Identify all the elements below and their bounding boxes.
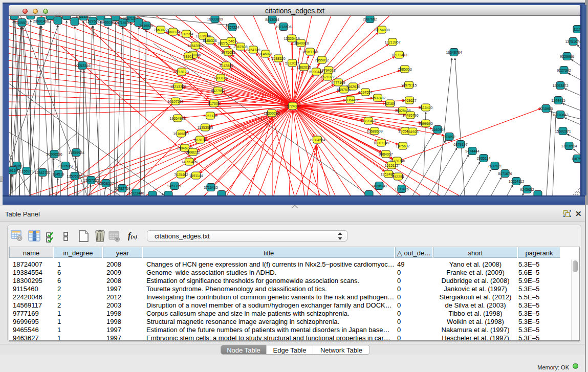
svg-text:2087682: 2087682 — [363, 17, 377, 21]
svg-text:1733426: 1733426 — [395, 187, 408, 191]
svg-text:417006: 417006 — [208, 102, 220, 105]
svg-text:7462610: 7462610 — [346, 85, 360, 89]
svg-text:8813054: 8813054 — [265, 18, 279, 21]
svg-text:8186328: 8186328 — [203, 39, 216, 42]
svg-text:3267130: 3267130 — [203, 114, 217, 118]
svg-text:62160: 62160 — [385, 102, 395, 105]
svg-text:9777169: 9777169 — [331, 81, 345, 84]
svg-text:12213967: 12213967 — [384, 40, 400, 44]
svg-text:9115460: 9115460 — [419, 106, 433, 110]
svg-text:9699695: 9699695 — [419, 122, 432, 125]
svg-text:9794028: 9794028 — [321, 69, 335, 72]
svg-text:9457791: 9457791 — [167, 184, 181, 188]
svg-text:8912954: 8912954 — [179, 32, 193, 36]
svg-text:3716485: 3716485 — [204, 186, 217, 189]
svg-text:1624554: 1624554 — [358, 91, 372, 94]
svg-text:3215955: 3215955 — [539, 107, 553, 111]
svg-text:114519: 114519 — [53, 172, 64, 176]
svg-text:20206536: 20206536 — [46, 152, 62, 156]
svg-text:1362615: 1362615 — [297, 65, 311, 69]
svg-text:6879197: 6879197 — [453, 143, 467, 146]
svg-text:13751074: 13751074 — [565, 40, 581, 43]
svg-text:16782759: 16782759 — [114, 187, 130, 190]
svg-text:12342737: 12342737 — [34, 171, 50, 174]
svg-text:20691406: 20691406 — [33, 19, 49, 23]
svg-text:16648784: 16648784 — [446, 51, 462, 54]
svg-text:7515526: 7515526 — [139, 24, 153, 28]
svg-text:10973493: 10973493 — [391, 53, 407, 57]
svg-text:10654112: 10654112 — [509, 180, 525, 183]
svg-text:12975115: 12975115 — [401, 83, 417, 87]
svg-text:1803144: 1803144 — [213, 76, 227, 80]
svg-text:7485063: 7485063 — [398, 68, 411, 71]
svg-text:8427552: 8427552 — [211, 89, 225, 93]
svg-text:19166827: 19166827 — [173, 132, 189, 136]
svg-text:252254: 252254 — [392, 175, 404, 179]
svg-text:10154808: 10154808 — [374, 28, 389, 32]
svg-text:18724007: 18724007 — [285, 104, 300, 108]
svg-text:9660124: 9660124 — [166, 30, 180, 34]
svg-text:587834: 587834 — [194, 138, 206, 142]
svg-text:964923: 964923 — [406, 130, 418, 134]
svg-text:3498222: 3498222 — [186, 150, 200, 154]
svg-text:12505135: 12505135 — [67, 174, 82, 178]
svg-text:19654983: 19654983 — [169, 117, 185, 120]
svg-text:9245652: 9245652 — [520, 188, 534, 191]
svg-text:2718170: 2718170 — [175, 70, 188, 74]
svg-text:9474444: 9474444 — [465, 149, 479, 153]
svg-text:2935114: 2935114 — [477, 157, 491, 160]
svg-text:9146821: 9146821 — [258, 52, 272, 56]
svg-text:1975692: 1975692 — [396, 144, 409, 148]
svg-text:19218506: 19218506 — [275, 25, 291, 29]
svg-text:1156819: 1156819 — [20, 169, 34, 173]
svg-text:10958107: 10958107 — [98, 182, 114, 185]
svg-text:16961758: 16961758 — [302, 50, 318, 54]
svg-text:8454749: 8454749 — [246, 48, 260, 52]
svg-text:1621022: 1621022 — [320, 75, 334, 79]
svg-text:3242843: 3242843 — [219, 64, 233, 68]
svg-text:7632621: 7632621 — [488, 164, 502, 168]
svg-text:9084067: 9084067 — [379, 152, 393, 156]
svg-text:1615112: 1615112 — [385, 164, 399, 167]
svg-text:1588520: 1588520 — [271, 57, 285, 60]
svg-text:14099489: 14099489 — [181, 160, 197, 164]
svg-text:18640910: 18640910 — [293, 41, 309, 45]
svg-text:39154: 39154 — [9, 169, 18, 172]
svg-text:16543962: 16543962 — [187, 44, 203, 48]
svg-text:9227342: 9227342 — [557, 69, 571, 72]
svg-text:16033809: 16033809 — [207, 17, 223, 21]
svg-text:12923446: 12923446 — [128, 191, 144, 195]
svg-text:1691144: 1691144 — [189, 174, 203, 178]
svg-text:1405571: 1405571 — [15, 21, 29, 25]
svg-text:2036448: 2036448 — [343, 98, 357, 102]
svg-text:17016514: 17016514 — [561, 144, 577, 148]
svg-text:10107554: 10107554 — [167, 100, 183, 103]
svg-text:18807249: 18807249 — [373, 141, 389, 145]
svg-text:10210643: 10210643 — [552, 113, 568, 117]
svg-text:116753: 116753 — [572, 157, 581, 161]
svg-text:1117: 1117 — [574, 28, 581, 31]
svg-text:14495796: 14495796 — [402, 114, 418, 117]
svg-text:17359924: 17359924 — [68, 151, 84, 155]
svg-text:2367608: 2367608 — [233, 45, 247, 49]
svg-text:893892: 893892 — [443, 135, 455, 139]
svg-text:14136141: 14136141 — [371, 184, 387, 188]
svg-text:17957255: 17957255 — [83, 179, 99, 182]
svg-text:9463627: 9463627 — [402, 99, 416, 102]
svg-text:15720407: 15720407 — [360, 119, 376, 123]
svg-text:1244415: 1244415 — [551, 99, 565, 102]
svg-text:3875685: 3875685 — [221, 51, 235, 54]
svg-text:7625402: 7625402 — [174, 173, 188, 177]
svg-text:15692971: 15692971 — [555, 129, 571, 133]
svg-text:98901: 98901 — [183, 55, 193, 58]
svg-text:10688609: 10688609 — [366, 129, 382, 133]
svg-text:23975867: 23975867 — [57, 164, 73, 168]
svg-text:546: 546 — [228, 39, 234, 43]
svg-text:20053346: 20053346 — [74, 64, 90, 68]
svg-text:9329966: 9329966 — [560, 55, 574, 58]
svg-text:164095: 164095 — [431, 128, 443, 132]
svg-text:18300295: 18300295 — [264, 112, 279, 115]
svg-text:7955812: 7955812 — [315, 58, 329, 62]
svg-text:11353594: 11353594 — [198, 126, 213, 129]
svg-text:12093872: 12093872 — [552, 84, 568, 87]
